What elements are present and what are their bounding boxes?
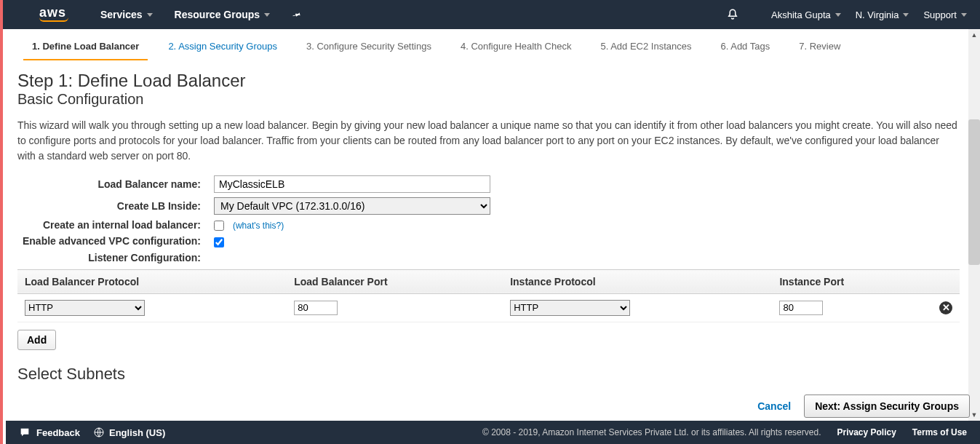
col-actions [931, 269, 960, 293]
nav-resource-groups[interactable]: Resource Groups [175, 9, 270, 20]
row-internal-lb: Create an internal load balancer: (what'… [17, 219, 960, 231]
nav-services[interactable]: Services [100, 9, 153, 20]
col-inst-protocol: Instance Protocol [503, 269, 772, 293]
lb-protocol-select[interactable]: HTTP [25, 300, 145, 316]
chevron-down-icon [835, 13, 841, 17]
pin-icon[interactable] [290, 7, 304, 21]
feedback-link[interactable]: Feedback [36, 427, 80, 438]
aws-logo[interactable]: aws [39, 5, 68, 22]
step-label: 3. Configure Security Settings [306, 41, 431, 52]
step-configure-security-settings[interactable]: 3. Configure Security Settings [298, 36, 440, 60]
aws-logo-text: aws [39, 5, 66, 20]
page-description: This wizard will walk you through settin… [17, 118, 960, 164]
select-subnets-heading: Select Subnets [17, 365, 960, 384]
step-configure-health-check[interactable]: 4. Configure Health Check [452, 36, 580, 60]
listener-row: HTTP HTTP ✕ [17, 293, 960, 322]
whats-this-link[interactable]: (what's this?) [233, 221, 284, 231]
lb-name-label: Load Balancer name: [17, 178, 214, 190]
lb-port-input[interactable] [294, 301, 338, 315]
step-label: 2. Assign Security Groups [168, 41, 277, 52]
listener-section: Load Balancer Protocol Load Balancer Por… [17, 269, 960, 350]
chevron-down-icon [961, 13, 967, 17]
copyright-text: © 2008 - 2019, Amazon Internet Services … [482, 427, 821, 437]
main-content: Step 1: Define Load Balancer Basic Confi… [3, 60, 980, 423]
cancel-button[interactable]: Cancel [757, 400, 791, 412]
col-lb-port: Load Balancer Port [287, 269, 503, 293]
nav-region-label: N. Virginia [856, 9, 899, 20]
page-subtitle: Basic Configuration [17, 91, 960, 108]
lb-name-input[interactable] [214, 175, 490, 193]
step-define-load-balancer[interactable]: 1. Define Load Balancer [23, 36, 148, 60]
step-review[interactable]: 7. Review [790, 36, 849, 60]
nav-user[interactable]: Akshita Gupta [771, 9, 841, 20]
nav-support-label: Support [923, 9, 957, 20]
footer-actions: Cancel Next: Assign Security Groups [757, 395, 970, 418]
create-inside-select[interactable]: My Default VPC (172.31.0.0/16) [214, 197, 490, 215]
chevron-down-icon [264, 13, 270, 17]
nav-resource-groups-label: Resource Groups [175, 9, 260, 20]
adv-vpc-checkbox[interactable] [214, 237, 224, 247]
add-listener-button[interactable]: Add [17, 330, 56, 350]
listener-config-label: Listener Configuration: [17, 252, 214, 263]
nav-services-label: Services [100, 9, 143, 20]
remove-listener-icon[interactable]: ✕ [939, 301, 952, 314]
row-create-inside: Create LB Inside: My Default VPC (172.31… [17, 197, 960, 215]
scroll-up-icon[interactable]: ▲ [968, 29, 980, 41]
nav-region[interactable]: N. Virginia [856, 9, 909, 20]
step-add-tags[interactable]: 6. Add Tags [712, 36, 778, 60]
create-inside-label: Create LB Inside: [17, 200, 214, 212]
bottom-bar: Feedback English (US) © 2008 - 2019, Ama… [6, 421, 980, 444]
globe-icon [93, 427, 105, 438]
row-adv-vpc: Enable advanced VPC configuration: [17, 235, 960, 247]
internal-lb-label: Create an internal load balancer: [17, 219, 214, 231]
col-lb-protocol: Load Balancer Protocol [17, 269, 287, 293]
step-label: 1. Define Load Balancer [32, 41, 139, 52]
step-assign-security-groups[interactable]: 2. Assign Security Groups [159, 36, 286, 60]
chevron-down-icon [903, 13, 909, 17]
step-label: 6. Add Tags [720, 41, 770, 52]
wizard-steps: 1. Define Load Balancer 2. Assign Securi… [3, 29, 980, 60]
step-label: 7. Review [799, 41, 840, 52]
inst-protocol-select[interactable]: HTTP [510, 300, 630, 316]
next-button[interactable]: Next: Assign Security Groups [804, 395, 970, 418]
listener-table: Load Balancer Protocol Load Balancer Por… [17, 269, 960, 322]
row-lb-name: Load Balancer name: [17, 175, 960, 193]
page-title: Step 1: Define Load Balancer [17, 71, 960, 91]
nav-support[interactable]: Support [923, 9, 967, 20]
adv-vpc-label: Enable advanced VPC configuration: [17, 235, 214, 247]
inst-port-input[interactable] [779, 301, 823, 315]
col-inst-port: Instance Port [772, 269, 931, 293]
language-selector[interactable]: English (US) [109, 427, 165, 438]
step-label: 5. Add EC2 Instances [600, 41, 691, 52]
internal-lb-checkbox[interactable] [214, 221, 224, 231]
chevron-down-icon [147, 13, 153, 17]
bell-icon[interactable] [726, 8, 739, 21]
step-label: 4. Configure Health Check [461, 41, 571, 52]
row-listener-label: Listener Configuration: [17, 252, 960, 263]
step-add-ec2-instances[interactable]: 5. Add EC2 Instances [591, 36, 700, 60]
top-nav: aws Services Resource Groups Akshita Gup… [3, 0, 980, 29]
terms-of-use-link[interactable]: Terms of Use [912, 427, 967, 437]
privacy-policy-link[interactable]: Privacy Policy [837, 427, 896, 437]
speech-bubble-icon [19, 427, 31, 438]
nav-user-label: Akshita Gupta [771, 9, 831, 20]
